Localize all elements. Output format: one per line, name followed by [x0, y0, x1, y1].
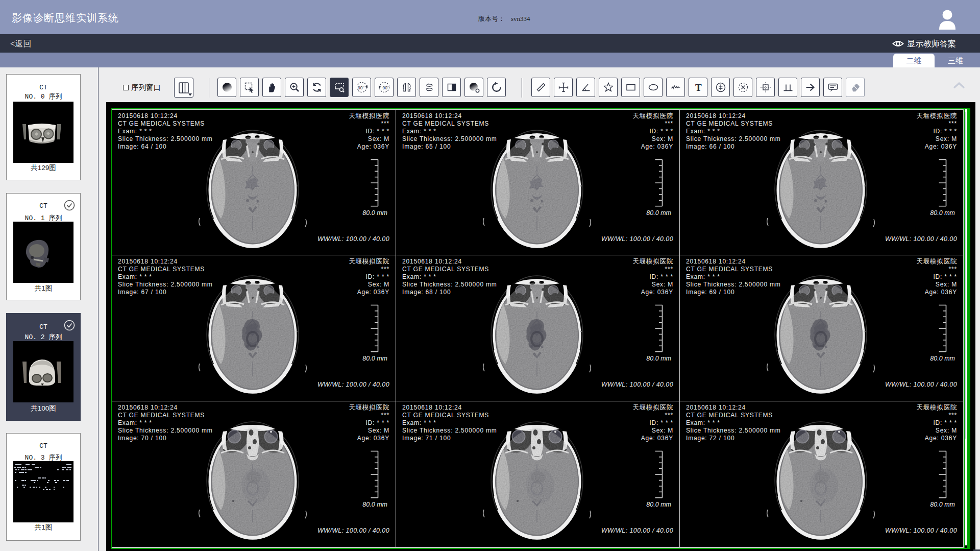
- svg-text:90°: 90°: [358, 85, 364, 90]
- svg-text:T: T: [695, 82, 702, 93]
- svg-text:90°: 90°: [382, 85, 389, 90]
